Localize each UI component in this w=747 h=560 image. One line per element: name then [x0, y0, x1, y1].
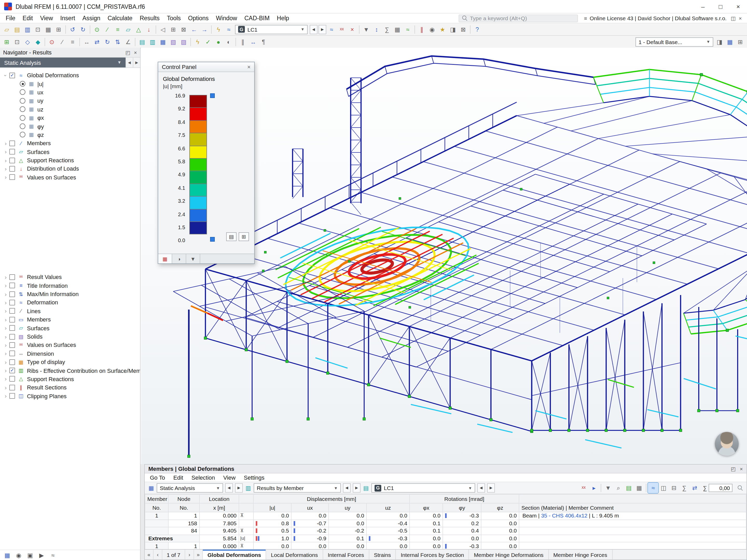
- tree-item-surfaces[interactable]: ›▱Surfaces: [0, 148, 140, 156]
- col-location-x[interactable]: x [m]: [200, 503, 239, 512]
- tree-item-support-reactions[interactable]: ›△Support Reactions: [0, 375, 140, 383]
- table-a-icon[interactable]: ▤: [137, 36, 147, 47]
- edit-values-icon[interactable]: ˣˣ: [578, 483, 589, 493]
- animation-icon[interactable]: ▶: [36, 550, 47, 560]
- table-menu-settings[interactable]: Settings: [240, 475, 269, 481]
- table-load-case-combo[interactable]: G LC1 ▼: [371, 483, 475, 492]
- expand-chevron-icon[interactable]: ›: [3, 376, 9, 382]
- tree-item-values-on-surfaces[interactable]: ›ˣˣValues on Surfaces: [0, 173, 140, 182]
- print-table-icon[interactable]: ▦: [634, 483, 644, 493]
- table-menu-edit[interactable]: Edit: [169, 475, 187, 481]
- expand-chevron-icon[interactable]: ›: [3, 342, 9, 348]
- tree-item-type-of-display[interactable]: ›▦Type of display: [0, 358, 140, 366]
- expand-chevron-icon[interactable]: ›: [3, 359, 9, 365]
- analysis-combo[interactable]: Static Analysis ▼: [0, 58, 126, 68]
- checkbox[interactable]: [9, 351, 15, 356]
- expand-chevron-icon[interactable]: ›: [3, 368, 9, 373]
- checkbox[interactable]: ✓: [9, 368, 15, 373]
- render-settings-icon[interactable]: ◨: [714, 36, 725, 47]
- display-settings-icon[interactable]: ▦: [2, 550, 12, 560]
- measure-icon[interactable]: ∠: [123, 36, 133, 47]
- panel-color-scale-tab[interactable]: ▦: [158, 254, 172, 263]
- table-tab-member-hinge-forces[interactable]: Member Hinge Forces: [548, 550, 612, 559]
- previous-load-case-button[interactable]: ◀: [310, 25, 317, 34]
- checkbox[interactable]: [9, 300, 15, 305]
- tree-item-distribution-of-loads[interactable]: ›↓Distribution of Loads: [0, 165, 140, 173]
- table-menu-view[interactable]: View: [219, 475, 240, 481]
- radio[interactable]: [20, 98, 25, 104]
- render-mode-icon[interactable]: ◨: [448, 24, 458, 34]
- tree-item-result-sections[interactable]: ›∥Result Sections: [0, 383, 140, 392]
- checkbox[interactable]: [9, 283, 15, 288]
- calculate-icon[interactable]: ϟ: [213, 24, 224, 34]
- previous-analysis-button[interactable]: ◀: [126, 58, 133, 68]
- zoom-window-icon[interactable]: ⊞: [168, 24, 178, 34]
- col-uz[interactable]: uz: [366, 503, 410, 512]
- tree-item-uy[interactable]: ▦uy: [0, 97, 140, 105]
- relation-icon[interactable]: ⇄: [689, 483, 700, 493]
- solid-a-icon[interactable]: ▧: [168, 36, 178, 47]
- table-analysis-combo[interactable]: Static Analysis ▼: [157, 483, 223, 492]
- table-tab-local-deformations[interactable]: Local Deformations: [266, 550, 323, 559]
- dimensions-icon[interactable]: ↔: [248, 36, 258, 47]
- panel-filter-tab[interactable]: ▼: [186, 254, 200, 263]
- new-model-icon[interactable]: ▱: [2, 24, 12, 34]
- checkbox[interactable]: [9, 325, 15, 331]
- expand-chevron-icon[interactable]: ›: [3, 385, 9, 391]
- checkbox[interactable]: [9, 274, 15, 280]
- expand-chevron-icon[interactable]: ›: [3, 325, 9, 331]
- tree-item-members[interactable]: ›∕Members: [0, 139, 140, 148]
- next-results-button[interactable]: ▶: [353, 483, 361, 492]
- menu-results[interactable]: Results: [136, 15, 163, 21]
- previous-results-button[interactable]: ◀: [343, 483, 351, 492]
- show-results-icon[interactable]: ≈: [326, 24, 337, 34]
- tree-item-y[interactable]: ▦φy: [0, 122, 140, 131]
- expand-chevron-icon[interactable]: ›: [3, 291, 9, 297]
- table-filter-icon[interactable]: ▼: [603, 483, 613, 493]
- tree-item-x[interactable]: ▦φx: [0, 113, 140, 122]
- insert-load-icon[interactable]: ↓: [144, 24, 154, 34]
- favorites-icon[interactable]: ★: [437, 24, 448, 34]
- guide-lines-icon[interactable]: ∥: [238, 36, 248, 47]
- menu-edit[interactable]: Edit: [19, 15, 36, 21]
- tree-item-ribs-effective-contribution-on-surface-member[interactable]: ›✓▥Ribs - Effective Contribution on Surf…: [0, 366, 140, 375]
- control-panel-titlebar[interactable]: Control Panel ×: [158, 62, 254, 72]
- menu-tools[interactable]: Tools: [163, 15, 184, 21]
- grid-icon[interactable]: ⊡: [12, 36, 22, 47]
- solid-b-icon[interactable]: ▨: [178, 36, 189, 47]
- help-icon[interactable]: ?: [472, 24, 483, 34]
- align-icon[interactable]: ⇅: [112, 36, 123, 47]
- menu-help[interactable]: Help: [273, 15, 292, 21]
- next-load-case-button[interactable]: ▶: [318, 25, 326, 34]
- tree-item-deformation[interactable]: ›≈Deformation: [0, 298, 140, 307]
- user-avatar[interactable]: [715, 432, 739, 456]
- table-c-icon[interactable]: ▦: [158, 36, 168, 47]
- columns-icon[interactable]: ◫: [658, 483, 669, 493]
- col-group-rotations[interactable]: Rotations [mrad]: [410, 495, 519, 503]
- col-group-displacements[interactable]: Displacements [mm]: [253, 495, 410, 503]
- menu-calculate[interactable]: Calculate: [104, 15, 136, 21]
- keyword-search-input[interactable]: Type a keyword (Alt+Q): [459, 14, 578, 22]
- freeze-icon[interactable]: ⊟: [669, 483, 679, 493]
- tree-item-lines[interactable]: ›∕Lines: [0, 307, 140, 315]
- col-section[interactable]: Section (Material) | Member Comment: [519, 503, 746, 512]
- expand-chevron-icon[interactable]: ›: [3, 140, 9, 146]
- table-row[interactable]: 110.000⊼0.00.00.00.00.0-0.30.0Beam | 35 …: [145, 512, 746, 519]
- table-menu-selection[interactable]: Selection: [187, 475, 219, 481]
- view-sphere-icon[interactable]: ◐: [224, 36, 234, 47]
- expand-chevron-icon[interactable]: ›: [3, 351, 9, 356]
- checkbox[interactable]: [9, 359, 15, 365]
- radio[interactable]: [20, 115, 25, 121]
- tree-item-clipping-planes[interactable]: ›◫Clipping Planes: [0, 392, 140, 400]
- previous-page-button[interactable]: ‹: [154, 550, 162, 559]
- expand-chevron-icon[interactable]: ›: [3, 317, 9, 322]
- save-model-icon[interactable]: ▥: [22, 24, 33, 34]
- checkbox[interactable]: [9, 334, 15, 339]
- radio[interactable]: [20, 124, 25, 129]
- visibility-icon[interactable]: ◉: [427, 24, 437, 34]
- radio[interactable]: [20, 107, 25, 112]
- dock-icon[interactable]: ◰: [125, 50, 130, 55]
- expand-chevron-icon[interactable]: ›: [3, 393, 9, 399]
- tree-item-uz[interactable]: ▦uz: [0, 105, 140, 113]
- node-snap-icon[interactable]: ⊙: [47, 36, 57, 47]
